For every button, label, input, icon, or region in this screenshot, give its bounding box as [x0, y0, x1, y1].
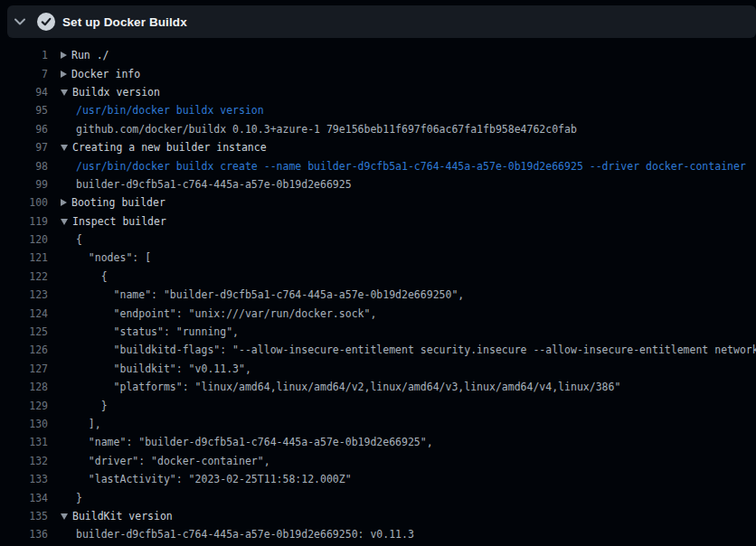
line-number[interactable]: 126 [0, 344, 48, 356]
log-row: 124 "endpoint": "unix:///var/run/docker.… [0, 304, 756, 322]
log-text: "lastActivity": "2023-02-25T11:58:12.000… [76, 473, 352, 485]
line-number[interactable]: 95 [0, 104, 48, 117]
line-number[interactable]: 120 [0, 233, 48, 246]
log-text: "name": "builder-d9cfb5a1-c764-445a-a57e… [76, 288, 464, 301]
log-row: 95/usr/bin/docker buildx version [0, 101, 756, 119]
line-number[interactable]: 129 [0, 400, 48, 412]
log-group-row[interactable]: 97Creating a new builder instance [0, 138, 756, 156]
log-text: { [76, 270, 108, 283]
line-number[interactable]: 97 [0, 141, 48, 154]
group-label: Run ./ [71, 49, 109, 61]
log-row: 125 "status": "running", [0, 323, 756, 341]
expand-triangle-icon [61, 199, 67, 206]
log-text: ], [76, 418, 101, 430]
log-text: "name": "builder-d9cfb5a1-c764-445a-a57e… [76, 436, 433, 448]
log-group-row[interactable]: 135BuildKit version [0, 507, 756, 525]
line-number[interactable]: 96 [0, 123, 48, 136]
log-row: 133 "lastActivity": "2023-02-25T11:58:12… [0, 470, 756, 488]
log-row: 129 } [0, 396, 756, 414]
line-number[interactable]: 130 [0, 418, 48, 430]
log-row: 131 "name": "builder-d9cfb5a1-c764-445a-… [0, 433, 756, 451]
log-lines: 1Run ./7Docker info94Buildx version95/us… [0, 46, 756, 544]
group-label: Buildx version [72, 86, 160, 99]
log-group-row[interactable]: 100Booting builder [0, 193, 756, 212]
line-number[interactable]: 1 [0, 49, 48, 61]
line-number[interactable]: 7 [0, 68, 48, 80]
log-text: "endpoint": "unix:///var/run/docker.sock… [76, 307, 376, 320]
group-label: BuildKit version [72, 510, 173, 522]
log-row: 98/usr/bin/docker buildx create --name b… [0, 156, 756, 174]
log-row: 122 { [0, 268, 756, 286]
log-row: 136builder-d9cfb5a1-c764-445a-a57e-0b19d… [0, 525, 756, 543]
log-row: 120{ [0, 231, 756, 249]
log-text: } [76, 492, 82, 504]
log-text: "platforms": "linux/amd64,linux/amd64/v2… [76, 381, 620, 393]
log-row: 128 "platforms": "linux/amd64,linux/amd6… [0, 378, 756, 396]
chevron-down-icon [14, 17, 26, 26]
line-number[interactable]: 94 [0, 86, 48, 99]
line-number[interactable]: 122 [0, 270, 48, 283]
log-group-row[interactable]: 94Buildx version [0, 83, 756, 101]
line-number[interactable]: 99 [0, 178, 48, 191]
check-circle-icon [37, 13, 55, 31]
log-text: "buildkit": "v0.11.3", [76, 362, 251, 375]
line-number[interactable]: 127 [0, 362, 48, 375]
line-number[interactable]: 135 [0, 510, 48, 522]
line-number[interactable]: 119 [0, 215, 48, 228]
log-row: 134} [0, 488, 756, 506]
line-number[interactable]: 121 [0, 251, 48, 264]
log-text: builder-d9cfb5a1-c764-445a-a57e-0b19d2e6… [76, 528, 414, 541]
line-number[interactable]: 123 [0, 288, 48, 301]
step-header[interactable]: Set up Docker Buildx [7, 5, 756, 38]
command-text: /usr/bin/docker buildx version [76, 104, 264, 117]
collapse-triangle-icon [61, 89, 68, 96]
expand-triangle-icon [61, 52, 67, 59]
log-text: "nodes": [ [76, 251, 151, 264]
line-number[interactable]: 125 [0, 325, 48, 338]
log-text: "driver": "docker-container", [76, 455, 270, 467]
log-row: 126 "buildkitd-flags": "--allow-insecure… [0, 341, 756, 359]
log-text: "buildkitd-flags": "--allow-insecure-ent… [76, 344, 756, 356]
step-title: Set up Docker Buildx [62, 15, 187, 29]
line-number[interactable]: 100 [0, 196, 48, 209]
line-number[interactable]: 132 [0, 455, 48, 467]
log-text: github.com/docker/buildx 0.10.3+azure-1 … [76, 123, 577, 136]
log-text: { [76, 233, 82, 246]
line-number[interactable]: 134 [0, 492, 48, 504]
line-number[interactable]: 124 [0, 307, 48, 320]
log-group-row[interactable]: 7Docker info [0, 64, 756, 82]
log-text: } [76, 400, 108, 412]
group-label: Inspect builder [72, 215, 166, 228]
log-text: builder-d9cfb5a1-c764-445a-a57e-0b19d2e6… [76, 178, 352, 191]
expand-triangle-icon [61, 71, 67, 78]
log-row: 123 "name": "builder-d9cfb5a1-c764-445a-… [0, 286, 756, 304]
group-label: Booting builder [71, 196, 165, 209]
line-number[interactable]: 128 [0, 381, 48, 393]
log-row: 121 "nodes": [ [0, 249, 756, 267]
log-row: 96github.com/docker/buildx 0.10.3+azure-… [0, 120, 756, 138]
line-number[interactable]: 98 [0, 160, 48, 173]
line-number[interactable]: 131 [0, 436, 48, 448]
log-group-row[interactable]: 1Run ./ [0, 46, 756, 64]
log-text: "status": "running", [76, 325, 239, 338]
collapse-triangle-icon [61, 145, 68, 151]
collapse-triangle-icon [61, 219, 68, 225]
log-group-row[interactable]: 119Inspect builder [0, 212, 756, 231]
line-number[interactable]: 136 [0, 528, 48, 541]
log-row: 132 "driver": "docker-container", [0, 452, 756, 470]
line-number[interactable]: 133 [0, 473, 48, 485]
command-text: /usr/bin/docker buildx create --name bui… [76, 160, 746, 173]
group-label: Creating a new builder instance [72, 141, 267, 154]
log-row: 130 ], [0, 415, 756, 433]
group-label: Docker info [71, 68, 140, 80]
log-row: 127 "buildkit": "v0.11.3", [0, 360, 756, 378]
collapse-triangle-icon [61, 513, 68, 520]
log-row: 99builder-d9cfb5a1-c764-445a-a57e-0b19d2… [0, 175, 756, 193]
